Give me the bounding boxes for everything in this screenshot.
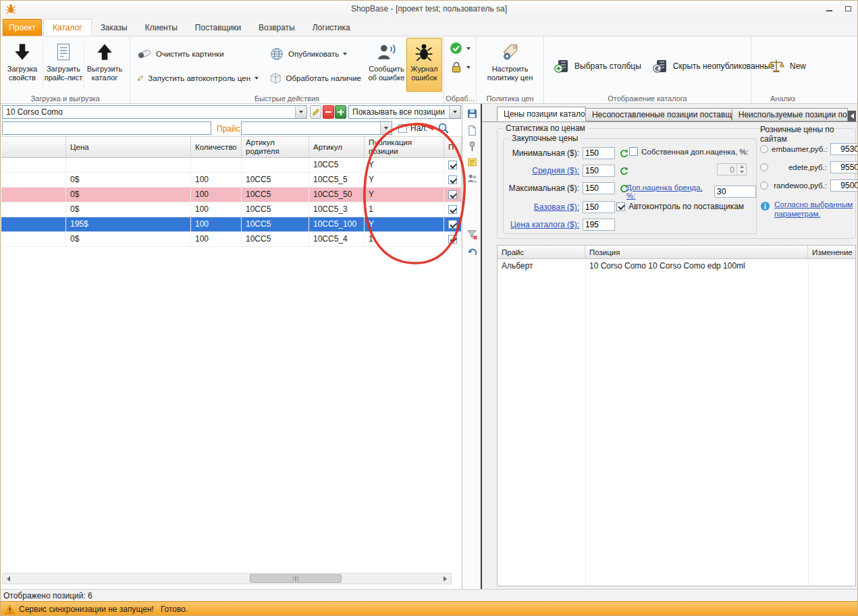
col-indicator[interactable] [1,136,66,158]
spinner-up-icon[interactable] [737,164,746,169]
edit-brand-button[interactable] [310,105,321,119]
search-input[interactable] [2,121,211,135]
cell-price[interactable] [66,158,191,172]
site-radio[interactable] [760,181,768,190]
row-checkbox[interactable] [448,190,457,199]
table-row-selected[interactable]: 195$ 100 10CC5 10CC5_100 Y [1,217,462,232]
cell-publication[interactable]: 1 [365,202,444,217]
scrollbar-thumb[interactable] [250,574,342,583]
col-sku[interactable]: Артикул [309,136,365,158]
export-catalog-button[interactable]: Выгрузить каталог [84,38,125,92]
configure-price-policy-button[interactable]: Настроить политику цен [481,38,539,92]
clear-filter-button[interactable] [465,227,479,241]
cell-position[interactable]: 10 Corso Como 10 Corso Como edp 100ml [585,259,808,273]
row-indicator[interactable] [1,202,66,217]
notes-button[interactable] [465,155,479,169]
contacts-button[interactable] [465,171,479,185]
price-table-row[interactable]: Альберт 10 Corso Como 10 Corso Como edp … [498,259,855,273]
col-price[interactable]: Цена [66,136,191,158]
table-row[interactable]: 0$ 100 10CC5 10CC5_5 Y [1,173,462,188]
cell-sku[interactable]: 10CC5_5 [309,173,365,187]
col-position[interactable]: Позиция [585,246,808,259]
scroll-left-button[interactable] [3,573,14,584]
cell-publication[interactable]: Y [365,188,444,202]
table-row[interactable]: 0$ 100 10CC5 10CC5_4 1 [1,232,462,247]
tab-logistics[interactable]: Логистика [304,19,359,36]
cell-publication[interactable]: 1 [365,232,444,246]
pricelist-filter-combo[interactable] [241,121,392,135]
row-checkbox[interactable] [448,235,457,244]
row-checkbox[interactable] [448,175,457,184]
approve-button[interactable] [450,42,475,55]
run-autocontrol-button[interactable]: $ Запустить автоконтроль цен [137,71,259,86]
cell-sku[interactable]: 10CC5_100 [309,217,365,231]
table-row-highlighted[interactable]: 0$ 100 10CC5 10CC5_50 Y [1,188,462,202]
catalog-price-input[interactable] [583,219,615,231]
cell-price[interactable]: 0$ [66,232,191,246]
according-params-link[interactable]: Согласно выбранным параметрам. [774,200,854,219]
row-indicator[interactable] [1,188,66,202]
tab-scroll-left-button[interactable] [848,111,856,121]
site-row[interactable]: edete,руб.: [760,161,858,173]
row-checkbox[interactable] [448,161,457,169]
new-document-button[interactable] [465,123,479,137]
row-checkbox[interactable] [448,220,457,229]
row-indicator[interactable] [1,217,66,231]
min-price-input[interactable] [583,147,615,159]
dropdown-arrow-icon[interactable] [466,47,471,50]
cell-price[interactable]: 0$ [66,202,191,217]
dropdown-arrow-icon[interactable] [466,66,471,69]
own-markup-spinner[interactable]: 0 [717,163,747,175]
cell-quantity[interactable]: 100 [191,188,242,202]
cell-publication[interactable]: Y [365,158,444,172]
cell-sku[interactable]: 10CC5_3 [309,202,365,217]
cell-quantity[interactable]: 100 [191,202,242,217]
cell-pricelist-name[interactable]: Альберт [498,259,585,273]
refresh-icon[interactable] [619,148,629,159]
col-p[interactable]: П [444,136,462,158]
cell-parent-sku[interactable]: 10CC5 [242,173,309,187]
error-log-button[interactable]: Журнал ошибок [406,38,442,92]
horizontal-scrollbar[interactable] [2,573,452,584]
cell-price[interactable]: 0$ [66,173,191,187]
pricelist-filter-arrow[interactable] [380,122,392,134]
report-error-button[interactable]: Сообщить об ошибке [367,38,406,92]
col-publication[interactable]: Публикация позиции [365,136,444,158]
base-price-input[interactable] [583,201,615,213]
scroll-right-button[interactable] [439,573,451,584]
load-properties-button[interactable]: Загрузка свойств [2,38,43,92]
site-price-input[interactable] [830,161,858,173]
pin-button[interactable] [465,140,479,153]
tab-catalog[interactable]: Каталог [43,19,92,36]
tab-catalog-prices[interactable]: Цены позиции каталога [497,107,586,121]
cell-parent-sku[interactable] [242,158,309,172]
row-indicator[interactable] [1,232,66,246]
undo-button[interactable] [465,245,479,258]
cell-quantity[interactable]: 100 [191,173,242,187]
process-stock-button[interactable]: Обработать наличие [269,71,361,86]
avg-price-input[interactable] [583,165,615,177]
cash-checkbox-field[interactable]: Нал. [398,123,428,133]
load-pricelist-button[interactable]: Загрузить прайс-лист [43,38,84,92]
table-row[interactable]: 0$ 100 10CC5 10CC5_3 1 [1,202,462,217]
clear-images-button[interactable]: Очистить картинки [137,47,259,61]
cell-sku[interactable]: 10CC5_50 [309,188,365,202]
delete-brand-button[interactable] [323,105,334,119]
col-pricelist[interactable]: Прайс [498,246,585,259]
brand-combo-arrow[interactable] [295,106,306,118]
new-analysis-button[interactable]: New [762,55,811,78]
cell-quantity[interactable]: 100 [191,232,242,246]
own-markup-field[interactable]: Собственная доп.наценка, %: [629,147,749,156]
add-brand-button[interactable] [335,105,346,119]
minimize-button[interactable] [820,2,838,16]
tab-suppliers[interactable]: Поставщики [186,19,250,36]
avg-price-link[interactable]: Средняя ($): [505,166,579,175]
project-menu-button[interactable]: Проект [3,19,42,36]
show-positions-arrow[interactable] [449,106,460,118]
max-price-input[interactable] [583,182,615,194]
cell-publication[interactable]: Y [365,173,444,187]
cell-parent-sku[interactable]: 10CC5 [242,202,309,217]
publish-button[interactable]: Опубликовать [269,47,361,61]
cell-parent-sku[interactable]: 10CC5 [242,232,309,246]
tab-unused-positions[interactable]: Неиспользуемые позиции поста [732,108,848,121]
